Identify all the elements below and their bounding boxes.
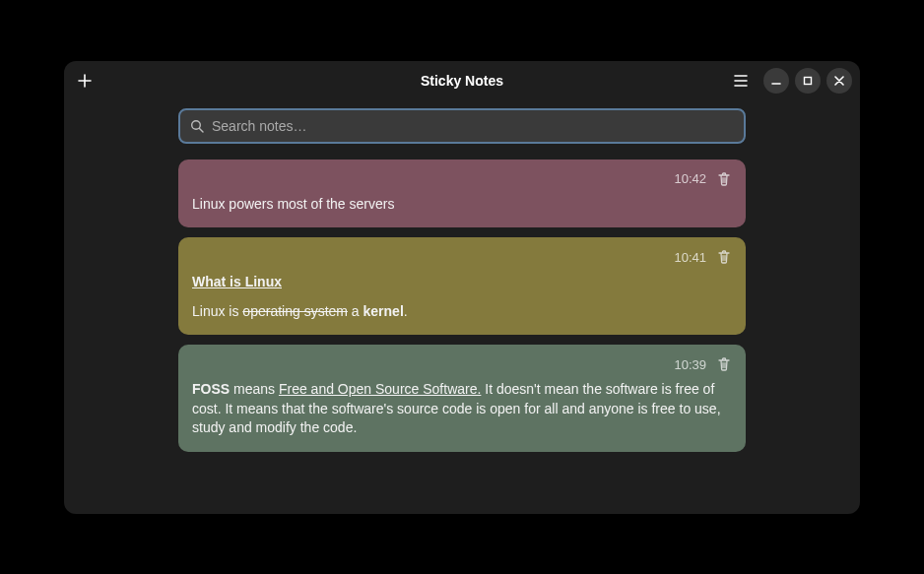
note-text-segment: operating system xyxy=(242,303,348,319)
note-text-segment: . xyxy=(404,303,408,319)
note-body: Linux powers most of the servers xyxy=(192,195,732,215)
maximize-icon xyxy=(803,76,813,86)
note-timestamp: 10:39 xyxy=(674,357,706,372)
note-text-segment: Linux is xyxy=(192,303,242,319)
maximize-button[interactable] xyxy=(795,68,821,94)
note-body: What is LinuxLinux is operating system a… xyxy=(192,273,732,321)
close-icon xyxy=(834,76,844,86)
search-input[interactable] xyxy=(212,118,734,134)
note-text: Linux is operating system a kernel. xyxy=(192,302,732,322)
trash-icon xyxy=(716,171,732,187)
notes-list: 10:42Linux powers most of the servers10:… xyxy=(178,159,746,453)
note-text-segment: Free and Open Source Software. xyxy=(279,381,481,397)
note-timestamp: 10:41 xyxy=(674,250,706,265)
note-card[interactable]: 10:42Linux powers most of the servers xyxy=(178,159,746,228)
trash-icon xyxy=(716,249,732,265)
menu-button[interactable] xyxy=(728,68,754,94)
new-note-button[interactable] xyxy=(72,68,98,94)
note-text: FOSS means Free and Open Source Software… xyxy=(192,380,732,438)
note-header: 10:41 xyxy=(192,249,732,265)
plus-icon xyxy=(78,74,92,88)
note-header: 10:39 xyxy=(192,356,732,372)
delete-note-button[interactable] xyxy=(716,356,732,372)
note-card[interactable]: 10:41What is LinuxLinux is operating sys… xyxy=(178,237,746,335)
window-title: Sticky Notes xyxy=(421,73,503,89)
note-text-segment: Linux powers most of the servers xyxy=(192,196,394,212)
note-title: What is Linux xyxy=(192,273,282,292)
note-text-segment: means xyxy=(230,381,279,397)
close-button[interactable] xyxy=(826,68,852,94)
search-field[interactable] xyxy=(178,108,746,144)
svg-rect-0 xyxy=(805,77,812,84)
note-text: Linux powers most of the servers xyxy=(192,195,732,215)
note-text-segment: FOSS xyxy=(192,381,230,397)
note-timestamp: 10:42 xyxy=(674,171,706,186)
search-icon xyxy=(190,119,204,133)
note-text-segment: kernel xyxy=(363,303,404,319)
delete-note-button[interactable] xyxy=(716,171,732,187)
note-text-segment: a xyxy=(348,303,363,319)
trash-icon xyxy=(716,356,732,372)
content-area: 10:42Linux powers most of the servers10:… xyxy=(64,100,860,514)
note-card[interactable]: 10:39FOSS means Free and Open Source Sof… xyxy=(178,345,746,452)
titlebar: Sticky Notes xyxy=(64,61,860,100)
app-window: Sticky Notes 10:42Linux powers most of xyxy=(64,61,860,514)
note-body: FOSS means Free and Open Source Software… xyxy=(192,380,732,438)
minimize-button[interactable] xyxy=(763,68,789,94)
delete-note-button[interactable] xyxy=(716,249,732,265)
note-header: 10:42 xyxy=(192,171,732,187)
minimize-icon xyxy=(771,76,781,86)
menu-icon xyxy=(734,75,748,87)
